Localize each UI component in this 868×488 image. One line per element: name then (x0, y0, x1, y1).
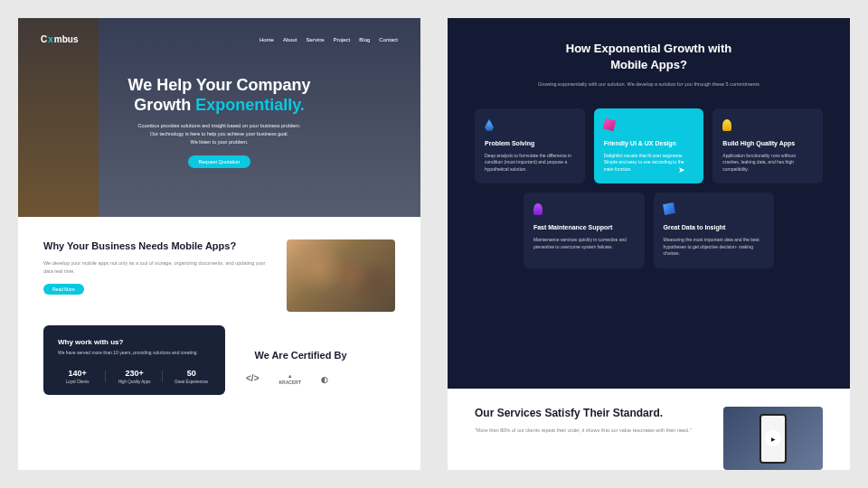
cert-iso-icon (321, 373, 328, 385)
nav-contact[interactable]: Contact (379, 37, 398, 42)
logo-x-icon: x (48, 34, 53, 44)
card-desc: Maintenance services quickly in correcti… (533, 237, 635, 250)
card-desc: Measuring the most important data and th… (664, 237, 765, 258)
navbar: Cxmbus Home About Service Project Blog C… (41, 34, 398, 44)
nav-service[interactable]: Service (307, 37, 325, 42)
stat-clients: 140+ Loyal Clients (58, 369, 97, 384)
logo-text: C (41, 34, 47, 44)
stat-apps: 230+ High Quality Apps (115, 369, 154, 384)
hero-section: Cxmbus Home About Service Project Blog C… (18, 18, 420, 217)
nav-home[interactable]: Home (259, 37, 274, 42)
card-title: Build High Quality Apps (722, 139, 813, 147)
card-data-insight[interactable]: Great Data to Insight Measuring the most… (654, 192, 775, 268)
cursor-icon: ➤ (678, 165, 685, 174)
card-desc: Application functionality runs without c… (722, 153, 813, 174)
cert-code-icon: </> (246, 373, 259, 385)
services-title: Our Services Satisfy Their Standard. (475, 407, 707, 421)
card-maintenance[interactable]: Fast Maintenance Support Maintenance ser… (524, 192, 645, 268)
cube-icon (663, 202, 675, 215)
why-description: We develop your mobile apps not only as … (43, 259, 269, 275)
play-button[interactable]: ▶ (765, 430, 781, 446)
services-section: Our Services Satisfy Their Standard. "Mo… (448, 389, 850, 470)
card-title: Friendly UI & UX Design (604, 139, 694, 147)
work-subtitle: We have served more than 10 years, provi… (58, 350, 211, 356)
certified-title: We Are Certified By (206, 350, 395, 361)
read-more-button[interactable]: Read More (43, 284, 84, 295)
nav-about[interactable]: About (283, 37, 297, 42)
cert-kracert-icon: KRACERT (279, 373, 301, 385)
why-business-section: Why Your Business Needs Mobile Apps? We … (18, 217, 420, 325)
request-quotation-button[interactable]: Request Quotation (188, 155, 251, 168)
growth-subtitle: Growing exponentially with our solution.… (475, 80, 823, 88)
cube-icon (602, 117, 616, 131)
services-video-thumb: ▶ (723, 407, 823, 470)
card-title: Great Data to Insight (664, 223, 765, 231)
nav-links: Home About Service Project Blog Contact (259, 37, 398, 42)
card-title: Problem Solving (485, 139, 575, 147)
hero-subtitle: Coombus provides solutions and insight b… (41, 122, 398, 145)
nav-project[interactable]: Project (334, 37, 351, 42)
card-ui-ux-design[interactable]: Friendly UI & UX Design Delightful visua… (594, 108, 704, 184)
nav-blog[interactable]: Blog (359, 37, 370, 42)
logo[interactable]: Cxmbus (41, 34, 78, 44)
card-problem-solving[interactable]: Problem Solving Deep analysis to formula… (475, 108, 585, 184)
team-photo (287, 239, 395, 312)
card-high-quality-apps[interactable]: Build High Quality Apps Application func… (712, 108, 823, 184)
cylinder-icon (533, 203, 542, 215)
card-desc: Deep analysis to formulate the differenc… (485, 153, 575, 174)
card-title: Fast Maintenance Support (533, 223, 635, 231)
drop-icon (485, 119, 494, 131)
work-title: Why work with us? (58, 338, 211, 346)
cylinder-icon (722, 119, 731, 131)
growth-section: How Exponential Growth with Mobile Apps?… (448, 18, 850, 389)
why-title: Why Your Business Needs Mobile Apps? (43, 239, 269, 252)
growth-title: How Exponential Growth with Mobile Apps? (475, 41, 823, 73)
hero-title: We Help Your Company Growth Exponentiall… (41, 76, 398, 115)
services-subtitle: "More than 80% of our clients repeat the… (475, 427, 707, 434)
stat-experiences: 50 Great Experiences (172, 369, 211, 384)
logo-text: mbus (54, 34, 79, 44)
